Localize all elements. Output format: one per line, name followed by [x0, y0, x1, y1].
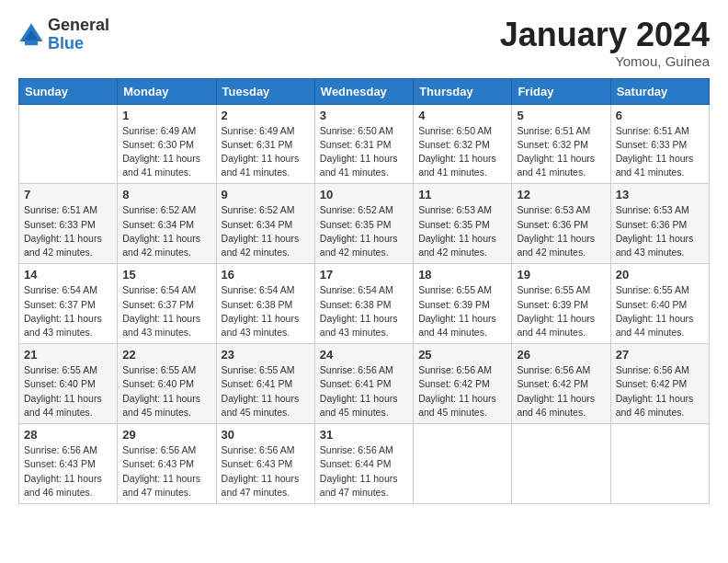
calendar-cell: 18Sunrise: 6:55 AMSunset: 6:39 PMDayligh… — [414, 264, 512, 344]
day-number: 19 — [517, 268, 605, 282]
day-number: 27 — [616, 348, 704, 362]
calendar-cell — [414, 424, 512, 504]
day-number: 18 — [418, 268, 506, 282]
calendar-cell: 27Sunrise: 6:56 AMSunset: 6:42 PMDayligh… — [610, 344, 709, 424]
day-number: 9 — [222, 188, 310, 201]
day-info: Sunrise: 6:55 AMSunset: 6:40 PMDaylight:… — [122, 363, 210, 419]
week-row-2: 14Sunrise: 6:54 AMSunset: 6:37 PMDayligh… — [19, 264, 710, 344]
day-info: Sunrise: 6:53 AMSunset: 6:36 PMDaylight:… — [616, 203, 704, 259]
day-number: 20 — [616, 268, 704, 282]
calendar-cell: 14Sunrise: 6:54 AMSunset: 6:37 PMDayligh… — [19, 264, 118, 344]
calendar-cell: 15Sunrise: 6:54 AMSunset: 6:37 PMDayligh… — [118, 264, 216, 344]
day-number: 14 — [24, 268, 112, 282]
day-info: Sunrise: 6:54 AMSunset: 6:37 PMDaylight:… — [122, 283, 210, 339]
day-number: 7 — [24, 188, 112, 201]
day-info: Sunrise: 6:56 AMSunset: 6:42 PMDaylight:… — [616, 363, 704, 419]
calendar-cell: 4Sunrise: 6:50 AMSunset: 6:32 PMDaylight… — [414, 104, 512, 184]
week-row-4: 28Sunrise: 6:56 AMSunset: 6:43 PMDayligh… — [19, 424, 710, 504]
header-monday: Monday — [118, 78, 216, 104]
day-number: 21 — [24, 348, 112, 362]
day-info: Sunrise: 6:50 AMSunset: 6:31 PMDaylight:… — [320, 124, 408, 180]
calendar-cell: 31Sunrise: 6:56 AMSunset: 6:44 PMDayligh… — [314, 424, 413, 504]
calendar-cell: 13Sunrise: 6:53 AMSunset: 6:36 PMDayligh… — [610, 184, 709, 264]
day-info: Sunrise: 6:56 AMSunset: 6:44 PMDaylight:… — [320, 443, 408, 500]
day-number: 2 — [222, 109, 310, 122]
day-number: 26 — [517, 348, 605, 362]
logo-general: General — [48, 17, 109, 35]
day-info: Sunrise: 6:49 AMSunset: 6:31 PMDaylight:… — [222, 124, 310, 180]
calendar-cell: 17Sunrise: 6:54 AMSunset: 6:38 PMDayligh… — [314, 264, 413, 344]
logo: General Blue — [18, 17, 109, 53]
calendar-cell: 28Sunrise: 6:56 AMSunset: 6:43 PMDayligh… — [19, 424, 118, 504]
day-number: 15 — [122, 268, 210, 282]
header: General Blue January 2024 Yomou, Guinea — [18, 17, 710, 69]
calendar-cell: 2Sunrise: 6:49 AMSunset: 6:31 PMDaylight… — [216, 104, 314, 184]
day-number: 13 — [616, 188, 704, 201]
calendar-cell: 26Sunrise: 6:56 AMSunset: 6:42 PMDayligh… — [512, 344, 610, 424]
day-info: Sunrise: 6:56 AMSunset: 6:42 PMDaylight:… — [418, 363, 506, 419]
calendar-header: SundayMondayTuesdayWednesdayThursdayFrid… — [19, 78, 710, 104]
header-wednesday: Wednesday — [314, 78, 413, 104]
day-info: Sunrise: 6:53 AMSunset: 6:36 PMDaylight:… — [517, 203, 605, 259]
day-info: Sunrise: 6:52 AMSunset: 6:34 PMDaylight:… — [222, 203, 310, 259]
day-info: Sunrise: 6:49 AMSunset: 6:30 PMDaylight:… — [122, 124, 210, 180]
header-sunday: Sunday — [19, 78, 118, 104]
calendar-cell: 11Sunrise: 6:53 AMSunset: 6:35 PMDayligh… — [414, 184, 512, 264]
day-info: Sunrise: 6:54 AMSunset: 6:38 PMDaylight:… — [320, 283, 408, 339]
day-number: 23 — [222, 348, 310, 362]
day-info: Sunrise: 6:56 AMSunset: 6:43 PMDaylight:… — [122, 443, 210, 500]
calendar-cell: 10Sunrise: 6:52 AMSunset: 6:35 PMDayligh… — [314, 184, 413, 264]
day-info: Sunrise: 6:55 AMSunset: 6:39 PMDaylight:… — [418, 283, 506, 339]
page: General Blue January 2024 Yomou, Guinea … — [0, 0, 728, 521]
day-number: 30 — [222, 428, 310, 442]
day-number: 16 — [222, 268, 310, 282]
day-info: Sunrise: 6:56 AMSunset: 6:43 PMDaylight:… — [222, 443, 310, 500]
calendar-cell — [19, 104, 118, 184]
day-number: 31 — [320, 428, 408, 442]
calendar-cell: 29Sunrise: 6:56 AMSunset: 6:43 PMDayligh… — [118, 424, 216, 504]
header-friday: Friday — [512, 78, 610, 104]
calendar-cell: 8Sunrise: 6:52 AMSunset: 6:34 PMDaylight… — [118, 184, 216, 264]
calendar-cell — [610, 424, 709, 504]
week-row-0: 1Sunrise: 6:49 AMSunset: 6:30 PMDaylight… — [19, 104, 710, 184]
day-number: 4 — [418, 109, 506, 122]
calendar-cell: 21Sunrise: 6:55 AMSunset: 6:40 PMDayligh… — [19, 344, 118, 424]
header-tuesday: Tuesday — [216, 78, 314, 104]
day-number: 6 — [616, 109, 704, 122]
day-number: 28 — [24, 428, 112, 442]
location: Yomou, Guinea — [500, 53, 710, 69]
calendar-cell: 20Sunrise: 6:55 AMSunset: 6:40 PMDayligh… — [610, 264, 709, 344]
day-info: Sunrise: 6:51 AMSunset: 6:33 PMDaylight:… — [24, 203, 112, 259]
day-info: Sunrise: 6:56 AMSunset: 6:42 PMDaylight:… — [517, 363, 605, 419]
calendar-cell: 24Sunrise: 6:56 AMSunset: 6:41 PMDayligh… — [314, 344, 413, 424]
day-info: Sunrise: 6:51 AMSunset: 6:32 PMDaylight:… — [517, 124, 605, 180]
logo-text: General Blue — [48, 17, 109, 53]
header-row: SundayMondayTuesdayWednesdayThursdayFrid… — [19, 78, 710, 104]
day-number: 29 — [122, 428, 210, 442]
title-block: January 2024 Yomou, Guinea — [500, 17, 710, 69]
day-info: Sunrise: 6:52 AMSunset: 6:35 PMDaylight:… — [320, 203, 408, 259]
month-title: January 2024 — [500, 17, 710, 53]
calendar-cell: 22Sunrise: 6:55 AMSunset: 6:40 PMDayligh… — [118, 344, 216, 424]
day-info: Sunrise: 6:50 AMSunset: 6:32 PMDaylight:… — [418, 124, 506, 180]
week-row-3: 21Sunrise: 6:55 AMSunset: 6:40 PMDayligh… — [19, 344, 710, 424]
day-info: Sunrise: 6:55 AMSunset: 6:41 PMDaylight:… — [222, 363, 310, 419]
day-info: Sunrise: 6:54 AMSunset: 6:37 PMDaylight:… — [24, 283, 112, 339]
day-number: 8 — [122, 188, 210, 201]
day-info: Sunrise: 6:53 AMSunset: 6:35 PMDaylight:… — [418, 203, 506, 259]
day-info: Sunrise: 6:55 AMSunset: 6:40 PMDaylight:… — [616, 283, 704, 339]
svg-rect-2 — [25, 40, 38, 45]
day-number: 10 — [320, 188, 408, 201]
day-number: 12 — [517, 188, 605, 201]
day-number: 17 — [320, 268, 408, 282]
calendar-cell: 3Sunrise: 6:50 AMSunset: 6:31 PMDaylight… — [314, 104, 413, 184]
day-info: Sunrise: 6:54 AMSunset: 6:38 PMDaylight:… — [222, 283, 310, 339]
day-info: Sunrise: 6:55 AMSunset: 6:39 PMDaylight:… — [517, 283, 605, 339]
calendar-cell: 7Sunrise: 6:51 AMSunset: 6:33 PMDaylight… — [19, 184, 118, 264]
day-number: 3 — [320, 109, 408, 122]
day-number: 1 — [122, 109, 210, 122]
calendar-cell: 6Sunrise: 6:51 AMSunset: 6:33 PMDaylight… — [610, 104, 709, 184]
calendar-cell: 25Sunrise: 6:56 AMSunset: 6:42 PMDayligh… — [414, 344, 512, 424]
calendar-cell: 30Sunrise: 6:56 AMSunset: 6:43 PMDayligh… — [216, 424, 314, 504]
calendar-cell: 19Sunrise: 6:55 AMSunset: 6:39 PMDayligh… — [512, 264, 610, 344]
